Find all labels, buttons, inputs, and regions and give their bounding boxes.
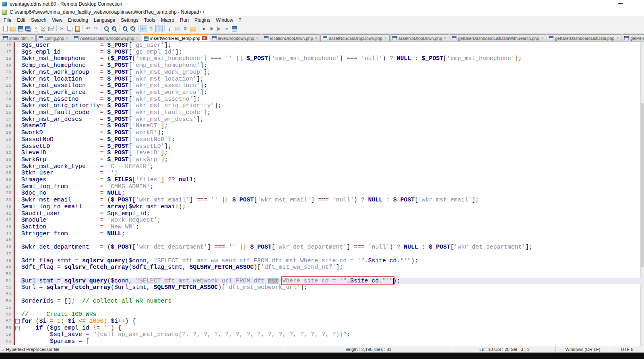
code-line[interactable]: 41$audit_user = $gs_empl_id; [0,210,644,217]
code-text[interactable]: $gs_user = $_POST['gs_user']; [20,42,644,49]
copy-icon[interactable] [66,25,73,32]
run-macro-multiple-icon[interactable]: » [223,25,230,32]
code-text[interactable]: $wkr_mst_wr_descs = $_POST['wkr_mst_wr_d… [20,116,644,123]
code-line[interactable]: 59 $sql_save = "{call sp_wkr_mst_create(… [0,331,644,338]
code-text[interactable]: $params = [ [20,338,644,345]
code-text[interactable]: $wrkGrp = $_POST['wrkGrp']; [20,156,644,163]
code-text[interactable]: for ($i = 1; $i <= 1000; $i++) { [20,318,644,325]
print-icon[interactable] [47,25,55,32]
code-line[interactable]: 22$wkr_mst_assetlocn = $_POST['wkr_mst_a… [0,82,644,89]
menu-search[interactable]: Search [28,17,49,24]
code-line[interactable]: 42$module = 'Work Request'; [0,217,644,224]
tab-assetnodropdown-php[interactable]: assetNoDropDown.php× [390,34,449,42]
word-wrap-icon[interactable]: ↩ [140,25,147,32]
code-line[interactable]: 18$wkr_mst_homephone = ($_POST['emp_mst_… [0,55,644,62]
code-line[interactable]: 20$wkr_mst_work_group = $_POST['wkr_mst_… [0,69,644,76]
code-line[interactable]: 30$assetNoD = $_POST['assetNoD']; [0,136,644,143]
tab-locationdropdown-php[interactable]: locationDropDown.php× [262,34,320,42]
save-icon[interactable] [17,25,24,32]
code-line[interactable]: 44$trigger_from = NULL; [0,230,644,237]
code-line[interactable]: 35$tkn_user = ''; [0,170,644,176]
save-macro-icon[interactable] [231,25,238,32]
code-text[interactable]: $dft_flag = sqlsrv_fetch_array($dft_flag… [20,264,644,271]
document-list-icon[interactable]: ≡ [182,25,189,32]
undo-icon[interactable]: ↶ [85,25,92,32]
tab-index-html[interactable]: index.html× [1,34,36,42]
code-text[interactable]: $gs_empl_id = $_POST['gs_empl_id']; [20,49,644,56]
tab-config-php[interactable]: config.php× [36,34,71,42]
code-line[interactable]: 23$wkr_mst_work_area = $_POST['wkr_mst_w… [0,89,644,96]
code-line[interactable]: 29$workD = $_POST['workD']; [0,129,644,136]
code-text[interactable]: $images = $_FILES['files'] ?? null; [20,176,644,183]
code-text[interactable]: $action = 'New WR'; [20,224,644,230]
code-line[interactable]: 16$gs_user = $_POST['gs_user']; [0,42,644,49]
tab-leveldropdown-php[interactable]: levelDropdown.php× [210,34,262,42]
stop-recording-icon[interactable]: ■ [208,25,215,32]
start-recording-icon[interactable]: ● [200,25,207,32]
menu-help[interactable]: ? [236,17,244,24]
menu-file[interactable]: File [1,17,14,24]
zoom-in-icon[interactable]: + [122,25,129,32]
tab-getuserdashboardlistdata-php[interactable]: getUserDashboardListData.php× [547,34,621,42]
code-text[interactable]: $module = 'Work Request'; [20,217,644,224]
code-line[interactable]: 47 [0,251,644,257]
code-line[interactable]: 58 if ($gs_empl_id != '') { [0,325,644,332]
code-line[interactable]: 19$emp_mst_homephone = $_POST['emp_mst_h… [0,62,644,69]
menu-encoding[interactable]: Encoding [65,17,91,24]
tab-close-icon[interactable]: × [384,36,387,40]
redo-icon[interactable]: ↷ [92,25,99,32]
minimize-icon[interactable]: — [618,0,623,6]
code-line[interactable]: 17$gs_empl_id = $_POST['gs_empl_id']; [0,49,644,56]
tab-close-icon[interactable]: × [616,36,619,40]
code-text[interactable]: $wkr_mst_assetno = $_POST['wkr_mst_asset… [20,96,644,103]
code-line[interactable]: 24$wkr_mst_assetno = $_POST['wkr_mst_ass… [0,96,644,103]
tab-close-icon[interactable]: × [30,36,33,40]
status-eol-format[interactable]: Windows (CR LF) [555,346,610,353]
code-text[interactable]: $eml_log_from = 'CMMS ADMIN'; [20,183,644,190]
code-text[interactable]: $url_stmt = sqlsrv_query($conn, "SELECT … [20,278,644,284]
new-file-icon[interactable] [2,25,9,32]
code-line[interactable]: 48$dft_flag_stmt = sqlsrv_query($conn, "… [0,257,644,264]
code-line[interactable]: 28$NameDT = $_POST['NameDT']; [0,122,644,129]
code-line[interactable]: 46$wkr_det_department = ($_POST['wkr_det… [0,244,644,251]
code-editor[interactable]: 16$gs_user = $_POST['gs_user'];17$gs_emp… [0,42,644,346]
tab-close-icon[interactable]: × [256,36,259,40]
code-line[interactable]: 27$wkr_mst_wr_descs = $_POST['wkr_mst_wr… [0,116,644,123]
code-text[interactable]: $wkr_mst_work_group = $_POST['wkr_mst_wo… [20,69,644,76]
show-all-chars-icon[interactable]: ¶ [148,25,155,32]
save-all-icon[interactable] [25,25,32,32]
code-line[interactable]: 40$eml_log_to_email = array($wkr_mst_ema… [0,203,644,210]
zoom-out-icon[interactable]: − [129,25,136,32]
code-text[interactable]: $dft_flag_stmt = sqlsrv_query($conn, "SE… [20,257,644,264]
code-text[interactable]: $levelD = $_POST['levelD']; [20,149,644,156]
code-text[interactable]: $wkr_mst_homephone = ($_POST['emp_mst_ho… [20,55,644,62]
code-text[interactable]: $emp_mst_homephone = $_POST['emp_mst_hom… [20,62,644,69]
code-text[interactable] [20,237,644,244]
code-text[interactable]: if ($gs_empl_id != '') { [20,325,644,332]
code-line[interactable]: 45 [0,237,644,244]
code-line[interactable]: 55 [0,304,644,311]
code-line[interactable]: 52$url = sqlsrv_fetch_array($url_stmt, S… [0,284,644,291]
code-text[interactable]: $audit_user = $gs_empl_id; [20,210,644,217]
tab-assetnoscandropdown-php[interactable]: assetNoScanDropDown.php× [320,34,389,42]
code-text[interactable]: $wkr_mst_location = $_POST['wkr_mst_loca… [20,76,644,83]
code-text[interactable]: $sql_save = "{call sp_wkr_mst_create(?, … [20,331,644,338]
menu-tools[interactable]: Tools [141,17,158,24]
menu-macro[interactable]: Macro [158,17,177,24]
playback-icon[interactable]: ▶ [215,25,223,32]
tab-insertworkreq_temp-php[interactable]: insertWorkReq_temp.php× [142,34,209,42]
code-text[interactable]: $url = sqlsrv_fetch_array($url_stmt, SQL… [20,284,644,291]
code-line[interactable]: 49$dft_flag = sqlsrv_fetch_array($dft_fl… [0,264,644,271]
code-line[interactable]: 60 $params = [ [0,338,644,345]
tab-close-icon[interactable]: × [314,36,318,40]
code-line[interactable]: 38$doc_no = NULL; [0,190,644,197]
tab-getpendingstatusformdata-php[interactable]: getPendingStatusFormData.php× [622,34,644,42]
tab-assetlocationdropdown-php[interactable]: AssetLocationDropdown.php× [72,34,141,42]
menu-window[interactable]: Window [213,17,236,24]
tab-close-icon[interactable]: × [444,36,447,40]
code-text[interactable]: $NameDT = $_POST['NameDT']; [20,122,644,129]
code-text[interactable]: $tkn_user = ''; [20,170,644,176]
code-line[interactable]: 37$eml_log_from = 'CMMS ADMIN'; [0,183,644,190]
code-text[interactable]: $orderIds = []; // collect all WR number… [20,298,644,305]
code-text[interactable]: $wkr_mst_fault_code = $_POST['wkr_mst_fa… [20,109,644,116]
